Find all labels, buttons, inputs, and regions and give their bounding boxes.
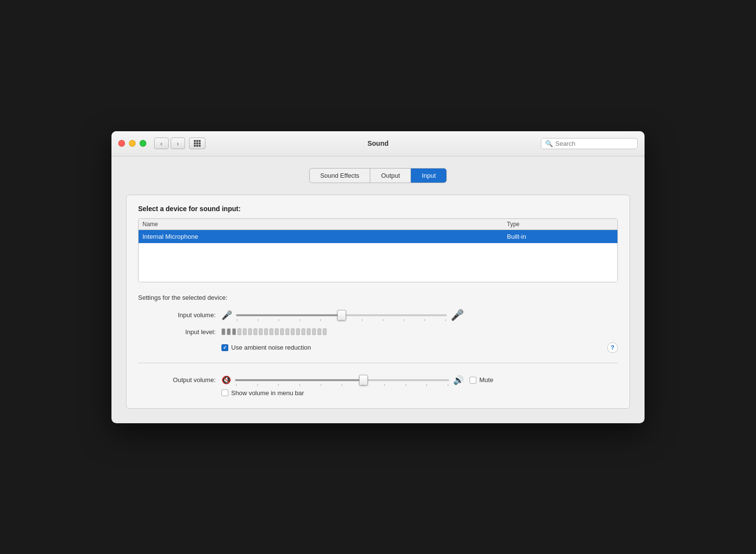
device-name: Internal Microphone <box>142 233 507 240</box>
tab-input[interactable]: Input <box>411 169 446 183</box>
level-bar-18 <box>312 328 316 335</box>
tab-output[interactable]: Output <box>370 169 411 183</box>
level-bar-9 <box>264 328 268 335</box>
content-area: Sound Effects Output Input Select a devi… <box>111 156 645 423</box>
output-volume-track[interactable] <box>235 379 449 381</box>
level-bar-2 <box>227 328 231 335</box>
mute-label: Mute <box>479 376 493 384</box>
tabs-container: Sound Effects Output Input <box>126 168 630 183</box>
level-bar-20 <box>323 328 327 335</box>
settings-panel: Select a device for sound input: Name Ty… <box>126 195 630 409</box>
input-level-row: Input level: <box>138 328 618 336</box>
mute-row: Mute <box>470 376 493 384</box>
input-volume-row: Input volume: 🎤 <box>138 309 618 322</box>
level-bar-14 <box>291 328 295 335</box>
traffic-lights <box>118 140 146 147</box>
table-empty-area <box>139 243 617 282</box>
level-bar-17 <box>307 328 311 335</box>
mic-quiet-icon: 🎤 <box>221 310 232 321</box>
forward-button[interactable]: › <box>171 138 185 149</box>
input-volume-label: Input volume: <box>138 311 216 319</box>
show-volume-row: Show volume in menu bar <box>221 389 618 397</box>
level-bar-11 <box>275 328 279 335</box>
search-icon: 🔍 <box>545 140 553 147</box>
window-title: Sound <box>367 139 389 147</box>
tab-sound-effects[interactable]: Sound Effects <box>310 169 371 183</box>
device-type: Built-in <box>507 233 614 240</box>
output-volume-fill <box>235 379 363 381</box>
input-level-meter <box>221 328 327 335</box>
level-bar-8 <box>259 328 263 335</box>
output-volume-row: Output volume: 🔇 <box>138 375 618 385</box>
nav-buttons: ‹ › <box>154 138 185 149</box>
tabs: Sound Effects Output Input <box>309 168 447 183</box>
volume-loud-icon: 🔊 <box>453 375 464 385</box>
input-volume-slider-container: 🎤 🎤 <box>221 309 464 322</box>
noise-reduction-label: Use ambient noise reduction <box>231 344 311 351</box>
noise-reduction-checkbox[interactable] <box>221 344 228 351</box>
level-bar-19 <box>317 328 321 335</box>
input-volume-track[interactable] <box>236 314 447 316</box>
settings-label: Settings for the selected device: <box>138 294 618 301</box>
show-volume-checkbox[interactable] <box>221 389 228 396</box>
main-window: ‹ › Sound 🔍 Sound Effects Output Input <box>111 131 645 423</box>
show-volume-label: Show volume in menu bar <box>231 389 304 397</box>
minimize-button[interactable] <box>129 140 136 147</box>
level-bar-4 <box>237 328 241 335</box>
maximize-button[interactable] <box>140 140 146 147</box>
output-volume-label: Output volume: <box>138 376 216 384</box>
level-bar-13 <box>285 328 289 335</box>
level-bar-12 <box>280 328 284 335</box>
search-input[interactable] <box>555 140 633 147</box>
search-bar[interactable]: 🔍 <box>541 138 638 149</box>
device-settings: Settings for the selected device: Input … <box>138 294 618 353</box>
level-bar-10 <box>269 328 273 335</box>
level-bar-6 <box>248 328 252 335</box>
titlebar: ‹ › Sound 🔍 <box>111 131 645 156</box>
level-bar-16 <box>301 328 305 335</box>
output-section: Output volume: 🔇 <box>138 373 618 397</box>
output-volume-slider-container: 🔇 🔊 <box>221 375 464 385</box>
level-bar-3 <box>232 328 236 335</box>
device-section-title: Select a device for sound input: <box>138 205 618 213</box>
level-bar-1 <box>221 328 225 335</box>
table-header: Name Type <box>139 219 617 230</box>
device-table: Name Type Internal Microphone Built-in <box>138 218 618 282</box>
mute-checkbox[interactable] <box>470 377 476 384</box>
back-button[interactable]: ‹ <box>154 138 169 149</box>
level-bar-7 <box>253 328 257 335</box>
level-bar-15 <box>296 328 300 335</box>
input-level-label: Input level: <box>138 328 216 336</box>
close-button[interactable] <box>118 140 125 147</box>
input-volume-fill <box>236 314 342 316</box>
level-bar-5 <box>243 328 247 335</box>
volume-quiet-icon: 🔇 <box>221 375 231 385</box>
divider <box>138 363 618 363</box>
table-row[interactable]: Internal Microphone Built-in <box>139 230 617 243</box>
col-name-header: Name <box>142 221 507 228</box>
grid-view-button[interactable] <box>189 138 205 149</box>
grid-icon <box>194 140 201 147</box>
mic-loud-icon: 🎤 <box>451 309 464 322</box>
col-type-header: Type <box>507 221 614 228</box>
noise-reduction-container: Use ambient noise reduction <box>221 344 311 351</box>
help-button[interactable]: ? <box>607 342 618 353</box>
